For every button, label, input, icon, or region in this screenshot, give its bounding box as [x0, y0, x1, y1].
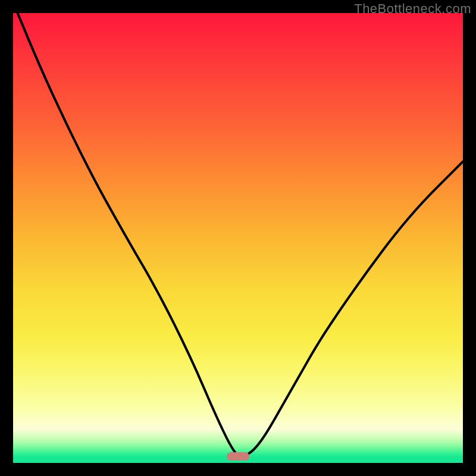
bottleneck-curve [13, 13, 463, 463]
watermark-text: TheBottleneck.com [354, 1, 471, 17]
plot-area [13, 13, 463, 463]
optimal-point-marker [227, 452, 249, 461]
chart-frame: TheBottleneck.com [0, 0, 476, 476]
